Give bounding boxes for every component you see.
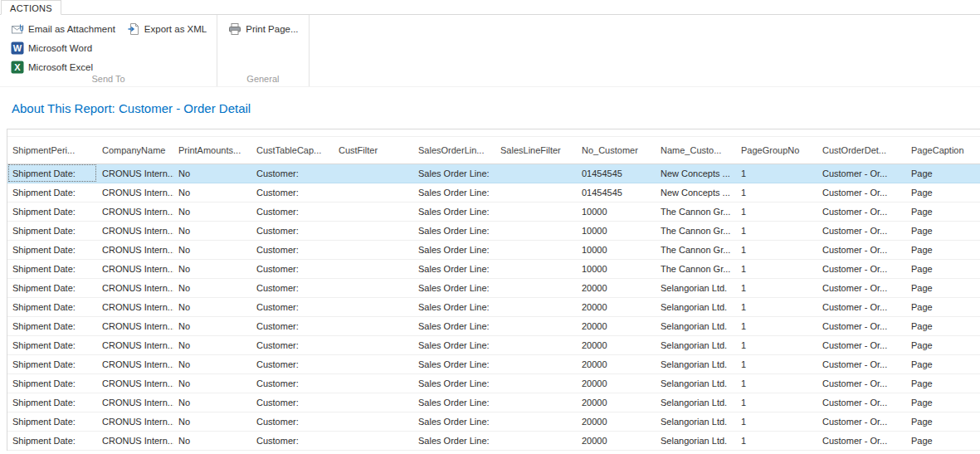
column-header-sales-order-line[interactable]: SalesOrderLin...	[413, 137, 495, 164]
table-row[interactable]: Shipment Date:CRONUS Intern...NoCustomer…	[7, 259, 980, 278]
cell-name-customer: Selangorian Ltd.	[656, 354, 736, 373]
cell-company-name: CRONUS Intern...	[97, 393, 173, 412]
cell-cust-filter	[334, 240, 413, 259]
cell-cust-filter	[334, 202, 413, 221]
table-row[interactable]: Shipment Date:CRONUS Intern...NoCustomer…	[7, 335, 980, 354]
cell-cust-table-caption: Customer:	[251, 183, 334, 202]
cell-page-caption: Page	[906, 278, 980, 297]
page-title: About This Report: Customer - Order Deta…	[12, 100, 980, 116]
cell-name-customer: Selangorian Ltd.	[656, 412, 736, 431]
cell-shipment-period: Shipment Date:	[7, 221, 97, 240]
cell-company-name: CRONUS Intern...	[97, 221, 173, 240]
group-label-general: General	[217, 74, 308, 84]
column-header-cust-filter[interactable]: CustFilter	[334, 137, 413, 164]
table-row[interactable]: Shipment Date:CRONUS Intern...NoCustomer…	[7, 316, 980, 335]
cell-cust-filter	[334, 221, 413, 240]
cell-sales-line-filter	[495, 183, 577, 202]
cell-cust-order-detail: Customer - Or...	[817, 412, 906, 431]
cell-cust-table-caption: Customer:	[251, 259, 334, 278]
cell-company-name: CRONUS Intern...	[97, 316, 173, 335]
table-row[interactable]: Shipment Date:CRONUS Intern...NoCustomer…	[7, 221, 980, 240]
cell-page-group-no: 1	[736, 412, 817, 431]
cell-sales-order-line: Sales Order Line:	[413, 297, 495, 316]
cell-print-amounts: No	[173, 335, 251, 354]
cell-cust-table-caption: Customer:	[251, 240, 334, 259]
cell-page-group-no: 1	[736, 240, 817, 259]
cell-page-group-no: 1	[736, 259, 817, 278]
column-header-print-amounts[interactable]: PrintAmounts...	[173, 137, 251, 164]
export-as-xml-button[interactable]: Export as XML	[127, 22, 207, 36]
cell-page-group-no: 1	[736, 431, 817, 450]
cell-print-amounts: No	[173, 354, 251, 373]
cell-company-name: CRONUS Intern...	[97, 164, 173, 183]
microsoft-excel-button[interactable]: X Microsoft Excel	[11, 61, 115, 74]
column-header-name-customer[interactable]: Name_Custo...	[656, 137, 736, 164]
column-header-page-caption[interactable]: PageCaption	[906, 137, 980, 164]
cell-page-group-no: 1	[736, 393, 817, 412]
cell-page-caption: Page	[906, 335, 980, 354]
column-header-cust-table-caption[interactable]: CustTableCap...	[251, 137, 334, 164]
cell-shipment-period: Shipment Date:	[7, 431, 97, 450]
table-row[interactable]: Shipment Date:CRONUS Intern...NoCustomer…	[7, 412, 980, 431]
cell-page-caption: Page	[906, 202, 980, 221]
cell-company-name: CRONUS Intern...	[97, 259, 173, 278]
column-header-page-group-no[interactable]: PageGroupNo	[736, 137, 817, 164]
column-header-no-customer[interactable]: No_Customer	[577, 137, 656, 164]
cell-print-amounts: No	[173, 393, 251, 412]
button-label: Microsoft Excel	[28, 62, 93, 72]
table-row[interactable]: Shipment Date:CRONUS Intern...NoCustomer…	[7, 183, 980, 202]
cell-sales-line-filter	[495, 373, 577, 393]
table-row[interactable]: Shipment Date:CRONUS Intern...NoCustomer…	[7, 240, 980, 259]
column-header-shipment-period[interactable]: ShipmentPeri...	[7, 137, 97, 164]
column-header-company-name[interactable]: CompanyName	[97, 137, 173, 164]
print-page-button[interactable]: Print Page...	[228, 22, 298, 36]
cell-sales-order-line: Sales Order Line:	[413, 240, 495, 259]
email-attachment-icon	[11, 22, 24, 36]
cell-name-customer: The Cannon Gr...	[656, 240, 736, 259]
cell-cust-order-detail: Customer - Or...	[817, 278, 906, 297]
cell-sales-order-line: Sales Order Line:	[413, 259, 495, 278]
table-row[interactable]: Shipment Date:CRONUS Intern...NoCustomer…	[7, 354, 980, 373]
button-label: Microsoft Word	[28, 43, 92, 53]
cell-page-group-no: 1	[736, 373, 817, 393]
cell-cust-table-caption: Customer:	[251, 297, 334, 316]
email-as-attachment-button[interactable]: Email as Attachment	[11, 22, 115, 36]
cell-no-customer: 10000	[577, 202, 656, 221]
cell-company-name: CRONUS Intern...	[97, 354, 173, 373]
cell-name-customer: Selangorian Ltd.	[656, 278, 736, 297]
svg-text:W: W	[13, 43, 22, 53]
cell-cust-table-caption: Customer:	[251, 202, 334, 221]
table-row[interactable]: Shipment Date:CRONUS Intern...NoCustomer…	[7, 373, 980, 393]
excel-icon: X	[11, 61, 24, 74]
cell-sales-order-line: Sales Order Line:	[413, 335, 495, 354]
cell-sales-order-line: Sales Order Line:	[413, 393, 495, 412]
cell-sales-line-filter	[495, 202, 577, 221]
microsoft-word-button[interactable]: W Microsoft Word	[11, 41, 115, 55]
tab-actions[interactable]: ACTIONS	[1, 0, 61, 15]
column-header-cust-order-detail[interactable]: CustOrderDet...	[817, 137, 906, 164]
table-row[interactable]: Shipment Date:CRONUS Intern...NoCustomer…	[7, 164, 980, 183]
cell-cust-table-caption: Customer:	[251, 354, 334, 373]
cell-print-amounts: No	[173, 431, 251, 450]
button-label: Email as Attachment	[28, 24, 115, 34]
cell-cust-filter	[334, 316, 413, 335]
cell-name-customer: The Cannon Gr...	[656, 221, 736, 240]
cell-page-group-no: 1	[736, 316, 817, 335]
cell-cust-order-detail: Customer - Or...	[817, 297, 906, 316]
column-header-sales-line-filter[interactable]: SalesLineFilter	[495, 137, 577, 164]
cell-no-customer: 20000	[577, 393, 656, 412]
cell-company-name: CRONUS Intern...	[97, 183, 173, 202]
cell-shipment-period: Shipment Date:	[7, 259, 97, 278]
cell-sales-order-line: Sales Order Line:	[413, 183, 495, 202]
cell-sales-line-filter	[495, 221, 577, 240]
table-row[interactable]: Shipment Date:CRONUS Intern...NoCustomer…	[7, 431, 980, 450]
word-icon: W	[11, 41, 24, 55]
table-row[interactable]: Shipment Date:CRONUS Intern...NoCustomer…	[7, 393, 980, 412]
table-row[interactable]: Shipment Date:CRONUS Intern...NoCustomer…	[7, 202, 980, 221]
cell-cust-table-caption: Customer:	[251, 335, 334, 354]
cell-print-amounts: No	[173, 297, 251, 316]
cell-print-amounts: No	[173, 259, 251, 278]
cell-shipment-period: Shipment Date:	[7, 278, 97, 297]
table-row[interactable]: Shipment Date:CRONUS Intern...NoCustomer…	[7, 278, 980, 297]
table-row[interactable]: Shipment Date:CRONUS Intern...NoCustomer…	[7, 297, 980, 316]
